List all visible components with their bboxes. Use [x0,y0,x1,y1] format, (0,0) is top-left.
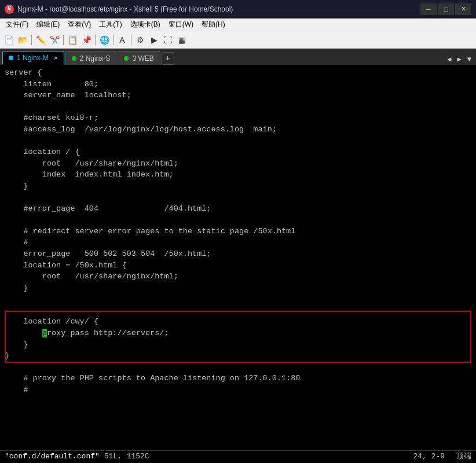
code-line-27 [5,362,471,373]
settings-button[interactable]: ⚙ [134,34,147,46]
menu-window[interactable]: 窗口(W) [165,19,197,31]
tab-label-2: 2 Nginx-S [80,54,111,63]
menu-file[interactable]: 文件(F) [2,19,32,31]
window-title: Nginx-M - root@localhost:/etc/nginx - Xs… [17,5,417,13]
tab-dot-1 [9,56,13,60]
tab-add-button[interactable]: + [162,52,174,65]
toolbar-sep-2 [63,35,64,45]
code-line-4 [5,101,471,113]
forward-button[interactable]: ▶ [148,34,160,46]
toolbar-sep-4 [113,35,113,45]
code-line-17: error_page 500 502 503 504 /50x.html; [5,248,471,260]
font-button[interactable]: A [116,34,129,46]
toolbar-sep-3 [95,35,96,45]
code-line-20: } [5,282,471,294]
code-line-26: } [5,350,471,362]
new-button[interactable]: 📄 [2,34,15,46]
code-line-9: root /usr/share/nginx/html; [5,158,471,170]
tab-nginx-s[interactable]: 2 Nginx-S [65,51,117,65]
menu-help[interactable]: 帮助(H) [198,19,229,31]
terminal[interactable]: server { listen 80; server_name localhos… [0,65,476,463]
code-line-2: listen 80; [5,79,471,90]
tab-dot-3 [124,56,129,61]
tabbar: 1 Nginx-M ✕ 2 Nginx-S 3 WEB + ◀ ▶ ▼ [0,49,476,65]
tab-label-3: 3 WEB [132,54,153,63]
code-line-6: #access_log /var/log/nginx/log/host.acce… [5,124,471,135]
open-button[interactable]: 📂 [16,34,29,46]
status-left: "conf.d/default.conf" 51L, 1152C [5,451,413,462]
window-controls: ─ □ ✕ [420,3,471,15]
cut-button[interactable]: ✂️ [48,34,61,46]
code-line-1: server { [5,67,471,79]
tab-nav-left[interactable]: ◀ [445,54,453,65]
tab-nginx-m[interactable]: 1 Nginx-M ✕ [2,51,64,65]
code-line-28: # proxy the PHP scripts to Apache listen… [5,373,471,384]
code-line-19: root /usr/share/nginx/html; [5,271,471,282]
code-line-13: #error_page 404 /404.html; [5,203,471,215]
code-line-24: proxy_pass http://servers/; [5,328,471,339]
cursor: p [42,329,47,337]
toolbar: 📄 📂 ✏️ ✂️ 📋 📌 🌐 A ⚙ ▶ ⛶ ▦ [0,31,476,49]
status-fileinfo: 51L, 1152C [104,452,149,461]
code-line-12 [5,192,471,203]
tab-web[interactable]: 3 WEB [118,51,160,65]
toolbar-sep-5 [131,35,131,45]
fullscreen-button[interactable]: ⛶ [162,34,174,46]
globe-button[interactable]: 🌐 [98,34,111,46]
status-position: 24, 2-9 [413,451,445,462]
menubar: 文件(F) 编辑(E) 查看(V) 工具(T) 选项卡(B) 窗口(W) 帮助(… [0,19,476,31]
tab-close-1[interactable]: ✕ [53,55,58,61]
status-filename: "conf.d/default.conf" [5,452,100,461]
layout-button[interactable]: ▦ [175,34,188,46]
tab-dot-2 [72,56,76,61]
status-scroll: 顶端 [456,451,471,462]
code-line-25: } [5,339,471,351]
menu-tools[interactable]: 工具(T) [96,19,125,31]
status-right: 24, 2-9 顶端 [413,451,471,462]
tab-nav: ◀ ▶ ▼ [445,54,474,65]
paste-button[interactable]: 📌 [80,34,93,46]
close-button[interactable]: ✕ [455,3,471,15]
menu-view[interactable]: 查看(V) [64,19,94,31]
edit-button[interactable]: ✏️ [34,34,47,46]
code-line-18: location = /50x.html { [5,260,471,271]
menu-edit[interactable]: 编辑(E) [33,19,63,31]
code-line-16: # [5,237,471,248]
app-icon: N [5,5,14,14]
code-line-3: server_name localhost; [5,90,471,101]
code-line-29: # [5,384,471,396]
code-line-11: } [5,181,471,192]
copy-button[interactable]: 📋 [66,34,79,46]
code-line-7 [5,135,471,146]
tab-label-1: 1 Nginx-M [17,54,49,62]
titlebar: N Nginx-M - root@localhost:/etc/nginx - … [0,0,476,19]
minimize-button[interactable]: ─ [420,3,437,15]
maximize-button[interactable]: □ [438,3,454,15]
statusbar: "conf.d/default.conf" 51L, 1152C 24, 2-9… [0,450,476,463]
code-line-14 [5,214,471,226]
code-line-5: #charset koi8-r; [5,112,471,124]
tab-nav-right[interactable]: ▶ [455,54,464,65]
toolbar-sep-1 [31,35,32,45]
code-line-8: location / { [5,146,471,158]
code-line-22 [5,305,471,317]
menu-tabs[interactable]: 选项卡(B) [127,19,164,31]
code-line-21 [5,293,471,305]
code-line-15: # redirect server error pages to the sta… [5,226,471,237]
code-line-10: index index.html index.htm; [5,169,471,181]
tab-nav-menu[interactable]: ▼ [465,54,474,65]
code-line-23: location /cwy/ { [5,316,471,328]
